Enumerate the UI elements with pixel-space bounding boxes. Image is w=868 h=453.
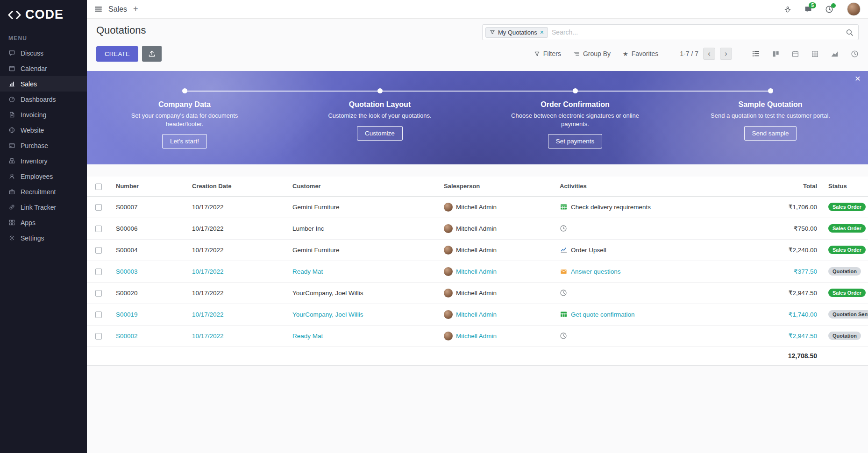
row-checkbox[interactable] [95, 204, 102, 211]
select-all-checkbox[interactable] [95, 184, 102, 190]
clock-icon[interactable] [560, 289, 567, 297]
table-row[interactable]: S00020 10/17/2022 YourCompany, Joel Will… [87, 282, 868, 304]
sidebar-item-apps[interactable]: Apps [0, 215, 87, 230]
table-row[interactable]: S00002 10/17/2022 Ready Mat Mitchell Adm… [87, 325, 868, 347]
sidebar-item-sales[interactable]: Sales [0, 76, 87, 92]
header-number[interactable]: Number [110, 177, 186, 196]
order-total: ₹2,947.50 [789, 290, 817, 297]
header-salesperson[interactable]: Salesperson [438, 177, 554, 196]
list-view-button[interactable] [752, 50, 760, 58]
header-creation-date[interactable]: Creation Date [186, 177, 287, 196]
favorites-button[interactable]: ★ Favorites [623, 50, 658, 57]
table-row[interactable]: S00003 10/17/2022 Ready Mat Mitchell Adm… [87, 261, 868, 282]
row-checkbox[interactable] [95, 333, 102, 340]
spreadsheet-icon[interactable] [560, 203, 568, 211]
sidebar-item-label: Purchase [21, 142, 48, 149]
order-number: S00007 [116, 204, 138, 211]
activities-button[interactable] [825, 5, 833, 14]
pager-next-button[interactable]: › [720, 48, 732, 60]
activity-view-button[interactable] [851, 50, 859, 58]
clock-icon[interactable] [560, 332, 567, 340]
status-badge: Sales Order [828, 246, 866, 254]
set-payments-button[interactable]: Set payments [548, 134, 603, 149]
upload-button[interactable] [142, 46, 162, 62]
envelope-icon[interactable] [560, 268, 568, 275]
customize-button[interactable]: Customize [357, 126, 403, 141]
salesperson-avatar [444, 310, 453, 319]
search-bar[interactable]: My Quotations × [482, 24, 859, 40]
sidebar-item-website[interactable]: Website [0, 122, 87, 138]
table-row[interactable]: S00019 10/17/2022 YourCompany, Joel Will… [87, 304, 868, 325]
sidebar-item-calendar[interactable]: Calendar [0, 61, 87, 76]
sidebar-item-employees[interactable]: Employees [0, 169, 87, 184]
header-status[interactable]: Status [823, 177, 868, 196]
salesperson-name: Mitchell Admin [456, 311, 497, 318]
activity-label[interactable]: Order Upsell [571, 247, 606, 254]
create-button[interactable]: CREATE [96, 46, 138, 62]
send-sample-button[interactable]: Send sample [744, 126, 797, 141]
row-checkbox[interactable] [95, 311, 102, 318]
row-checkbox[interactable] [95, 290, 102, 297]
step-title: Company Data [158, 100, 211, 109]
sidebar-item-discuss[interactable]: Discuss [0, 45, 87, 61]
sidebar-item-purchase[interactable]: Purchase [0, 138, 87, 153]
view-switcher [752, 50, 859, 58]
sidebar-item-settings[interactable]: Settings [0, 230, 87, 246]
search-input[interactable] [552, 28, 842, 36]
activity-label[interactable]: Get quote confirmation [571, 311, 635, 318]
filters-button[interactable]: Filters [534, 50, 561, 57]
user-avatar[interactable] [847, 2, 861, 16]
status-badge: Sales Order [828, 203, 866, 211]
pager-previous-button[interactable]: ‹ [703, 48, 715, 60]
table-row[interactable]: S00004 10/17/2022 Gemini Furniture Mitch… [87, 239, 868, 261]
activity-label[interactable]: Answer questions [571, 268, 621, 275]
activity-label[interactable]: Check delivery requirements [571, 204, 651, 211]
table-row[interactable]: S00007 10/17/2022 Gemini Furniture Mitch… [87, 196, 868, 218]
kanban-view-button[interactable] [772, 50, 780, 58]
row-checkbox[interactable] [95, 269, 102, 275]
topbar-app-label[interactable]: Sales [108, 5, 127, 14]
sidebar-item-recruitment[interactable]: Recruitment [0, 184, 87, 199]
search-facet[interactable]: My Quotations × [485, 27, 548, 38]
header-activities[interactable]: Activities [554, 177, 760, 196]
banner-close-icon[interactable]: × [855, 73, 861, 84]
step-description: Choose between electronic signatures or … [510, 112, 640, 128]
pager-range[interactable]: 1-7 / 7 [680, 50, 698, 57]
status-badge: Quotation Sent [828, 310, 868, 319]
sidebar-item-label: Sales [21, 80, 37, 88]
magnifier-icon[interactable] [846, 28, 854, 36]
messages-button[interactable]: 5 [804, 5, 812, 13]
table-row[interactable]: S00006 10/17/2022 Lumber Inc Mitchell Ad… [87, 218, 868, 239]
salesperson-name: Mitchell Admin [456, 204, 497, 211]
line-chart-icon[interactable] [560, 246, 568, 254]
step-description: Set your company's data for documents he… [119, 112, 250, 128]
select-all-header[interactable] [87, 177, 110, 196]
creation-date: 10/17/2022 [192, 311, 224, 318]
graph-view-button[interactable] [831, 50, 839, 58]
row-checkbox[interactable] [95, 247, 102, 254]
clock-icon[interactable] [560, 225, 567, 232]
facet-remove-icon[interactable]: × [540, 29, 544, 35]
header-customer[interactable]: Customer [287, 177, 438, 196]
lets-start-button[interactable]: Let's start! [162, 134, 207, 149]
pivot-view-button[interactable] [811, 50, 819, 58]
app-logo[interactable]: CODE [0, 0, 87, 30]
group-by-button[interactable]: Group By [573, 50, 611, 57]
sidebar-item-dashboards[interactable]: Dashboards [0, 92, 87, 107]
settings-icon [8, 234, 15, 241]
hamburger-menu-icon[interactable] [94, 5, 102, 13]
sidebar-item-invoicing[interactable]: Invoicing [0, 107, 87, 122]
calendar-view-button[interactable] [791, 50, 799, 58]
logo-text: CODE [25, 7, 64, 22]
spreadsheet-icon[interactable] [560, 311, 568, 318]
debug-button[interactable] [784, 6, 791, 13]
add-tab-button[interactable]: + [133, 4, 138, 14]
header-total[interactable]: Total [760, 177, 823, 196]
step-dot [377, 88, 383, 93]
creation-date: 10/17/2022 [192, 204, 224, 211]
website-icon [8, 127, 15, 134]
group-by-icon [573, 50, 580, 57]
row-checkbox[interactable] [95, 226, 102, 232]
sidebar-item-link-tracker[interactable]: Link Tracker [0, 199, 87, 215]
sidebar-item-inventory[interactable]: Inventory [0, 153, 87, 169]
